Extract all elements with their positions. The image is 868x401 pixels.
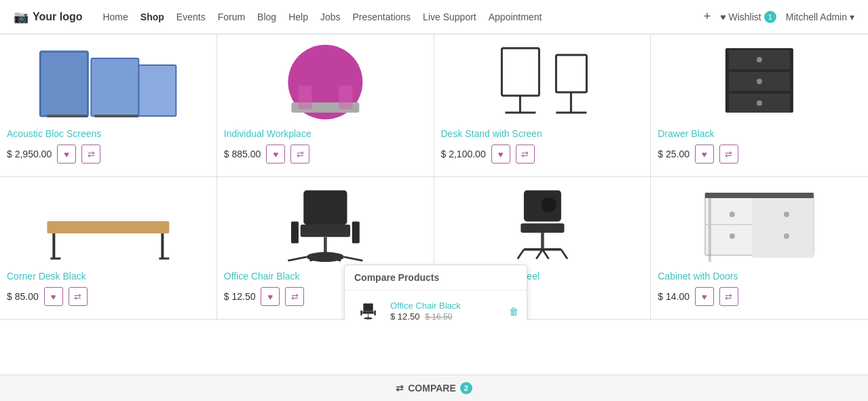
product-image-acoustic[interactable] bbox=[7, 41, 210, 123]
product-name-acoustic[interactable]: Acoustic Bloc Screens bbox=[7, 128, 101, 139]
nav-forum[interactable]: Forum bbox=[218, 12, 245, 22]
svg-rect-60 bbox=[360, 310, 362, 315]
svg-rect-57 bbox=[362, 311, 373, 314]
svg-line-32 bbox=[288, 257, 307, 261]
compare-btn-acoustic[interactable]: ⇄ bbox=[81, 145, 100, 164]
product-name-corner-desk[interactable]: Corner Desk Black bbox=[7, 271, 86, 282]
svg-rect-1 bbox=[91, 58, 138, 116]
user-menu[interactable]: Mitchell Admin ▾ bbox=[786, 12, 854, 22]
nav-links: Home Shop Events Forum Blog Help Jobs Pr… bbox=[102, 12, 703, 22]
product-price-row-acoustic: $ 2,950.00 ♥ ⇄ bbox=[7, 145, 100, 164]
product-name-office-chair[interactable]: Office Chair Black bbox=[224, 271, 300, 282]
compare-item-name-1[interactable]: Office Chair Black bbox=[390, 301, 502, 311]
svg-rect-23 bbox=[47, 221, 169, 233]
nav-live-support[interactable]: Live Support bbox=[423, 12, 476, 22]
svg-line-33 bbox=[344, 257, 363, 261]
svg-rect-0 bbox=[40, 52, 88, 116]
wishlist-btn-cabinet[interactable]: ♥ bbox=[695, 287, 714, 306]
nav-blog[interactable]: Blog bbox=[257, 12, 276, 22]
wishlist-btn-acoustic[interactable]: ♥ bbox=[57, 145, 76, 164]
nav-appointment[interactable]: Appointment bbox=[489, 12, 542, 22]
wishlist-btn-corner-desk[interactable]: ♥ bbox=[44, 287, 63, 306]
svg-line-45 bbox=[536, 250, 542, 259]
svg-rect-48 bbox=[709, 194, 711, 262]
product-name-desk-stand[interactable]: Desk Stand with Screen bbox=[441, 128, 542, 139]
product-image-corner-desk[interactable] bbox=[7, 184, 210, 265]
product-price-drawer: $ 25.00 bbox=[658, 149, 690, 159]
nav-shop[interactable]: Shop bbox=[140, 12, 164, 22]
product-image-drawer[interactable] bbox=[658, 41, 861, 123]
svg-rect-50 bbox=[753, 195, 814, 258]
product-name-cabinet[interactable]: Cabinet with Doors bbox=[658, 271, 738, 282]
camera-icon: 📷 bbox=[14, 9, 29, 24]
product-cell-individual: Individual Workplace $ 885.00 ♥ ⇄ bbox=[217, 35, 434, 177]
user-label: Mitchell Admin bbox=[786, 12, 847, 22]
svg-rect-8 bbox=[298, 85, 312, 109]
svg-rect-36 bbox=[291, 221, 299, 243]
product-price-office-chair: $ 12.50 bbox=[224, 291, 256, 302]
chevron-down-icon: ▾ bbox=[850, 12, 854, 22]
wishlist-btn-desk-stand[interactable]: ♥ bbox=[491, 145, 510, 164]
wishlist-btn-individual[interactable]: ♥ bbox=[266, 145, 285, 164]
compare-item-prices-1: $ 12.50 $ 16.50 bbox=[390, 311, 502, 320]
product-cell-acoustic: Acoustic Bloc Screens $ 2,950.00 ♥ ⇄ bbox=[0, 35, 217, 177]
compare-delete-1[interactable]: 🗑 bbox=[509, 306, 518, 317]
compare-item-1: Office Chair Black $ 12.50 $ 16.50 🗑 bbox=[345, 290, 527, 320]
compare-btn-cabinet[interactable]: ⇄ bbox=[719, 287, 738, 306]
product-image-office-chair[interactable] bbox=[224, 184, 427, 265]
product-image-desk-stand[interactable] bbox=[441, 41, 644, 123]
svg-rect-13 bbox=[556, 55, 586, 92]
compare-btn-individual[interactable]: ⇄ bbox=[290, 145, 309, 164]
svg-point-51 bbox=[730, 212, 735, 217]
logo-text: Your logo bbox=[33, 11, 82, 23]
wishlist-btn-drawer[interactable]: ♥ bbox=[695, 145, 714, 164]
svg-rect-40 bbox=[521, 223, 564, 233]
product-cell-cabinet: Cabinet with Doors $ 14.00 ♥ ⇄ bbox=[651, 177, 868, 320]
product-image-individual[interactable] bbox=[224, 41, 427, 123]
nav-events[interactable]: Events bbox=[176, 12, 206, 22]
navbar-right: + ♥ Wishlist 1 Mitchell Admin ▾ bbox=[704, 9, 854, 24]
nav-help[interactable]: Help bbox=[288, 12, 308, 22]
compare-btn-office-chair[interactable]: ⇄ bbox=[285, 287, 304, 306]
product-price-row-desk-stand: $ 2,100.00 ♥ ⇄ bbox=[441, 145, 535, 164]
navbar: 📷 Your logo Home Shop Events Forum Blog … bbox=[0, 0, 868, 34]
compare-btn-corner-desk[interactable]: ⇄ bbox=[69, 287, 88, 306]
wishlist-btn-office-chair[interactable]: ♥ bbox=[261, 287, 280, 306]
heart-icon: ♥ bbox=[720, 12, 725, 22]
svg-rect-9 bbox=[339, 85, 352, 109]
product-name-individual[interactable]: Individual Workplace bbox=[224, 128, 312, 139]
svg-line-44 bbox=[561, 250, 567, 259]
svg-rect-56 bbox=[363, 303, 373, 311]
compare-item-info-1: Office Chair Black $ 12.50 $ 16.50 bbox=[390, 301, 502, 320]
nav-jobs[interactable]: Jobs bbox=[320, 12, 341, 22]
product-price-row-individual: $ 885.00 ♥ ⇄ bbox=[224, 145, 310, 164]
product-price-row-drawer: $ 25.00 ♥ ⇄ bbox=[658, 145, 738, 164]
logo[interactable]: 📷 Your logo bbox=[14, 9, 82, 24]
svg-point-59 bbox=[364, 318, 372, 320]
svg-rect-55 bbox=[705, 193, 814, 198]
compare-popup-title: Compare Products bbox=[345, 265, 527, 290]
product-price-acoustic: $ 2,950.00 bbox=[7, 149, 52, 159]
product-name-drawer[interactable]: Drawer Black bbox=[658, 128, 714, 139]
nav-presentations[interactable]: Presentations bbox=[353, 12, 411, 22]
compare-item-price-1: $ 12.50 bbox=[390, 311, 419, 320]
compare-btn-desk-stand[interactable]: ⇄ bbox=[516, 145, 535, 164]
svg-rect-4 bbox=[138, 65, 176, 116]
compare-item-img-1 bbox=[353, 296, 383, 320]
svg-rect-29 bbox=[300, 225, 350, 237]
wishlist-button[interactable]: ♥ Wishlist 1 bbox=[720, 11, 776, 23]
svg-rect-28 bbox=[303, 191, 347, 225]
svg-rect-37 bbox=[352, 221, 360, 243]
svg-point-54 bbox=[784, 233, 789, 239]
wishlist-badge: 1 bbox=[764, 11, 776, 23]
compare-btn-drawer[interactable]: ⇄ bbox=[719, 145, 738, 164]
svg-point-53 bbox=[784, 212, 789, 217]
nav-home[interactable]: Home bbox=[102, 12, 128, 22]
plus-icon[interactable]: + bbox=[704, 9, 711, 24]
product-image-conf-chair[interactable] bbox=[441, 184, 644, 265]
product-cell-corner-desk: Corner Desk Black $ 85.00 ♥ ⇄ bbox=[0, 177, 217, 320]
compare-item-old-price-1: $ 16.50 bbox=[425, 312, 452, 320]
product-price-corner-desk: $ 85.00 bbox=[7, 291, 39, 302]
svg-line-46 bbox=[542, 250, 548, 259]
product-image-cabinet[interactable] bbox=[658, 184, 861, 265]
